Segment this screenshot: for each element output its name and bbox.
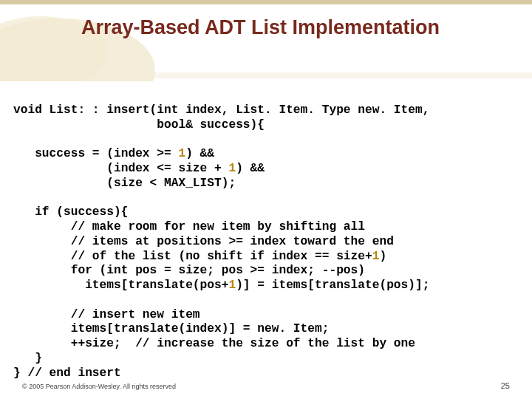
code-line: (size < MAX_LIST); — [13, 177, 236, 190]
code-line: if (success){ — [13, 205, 128, 219]
code-line: // insert new item — [13, 308, 200, 321]
header-decoration — [0, 0, 532, 81]
code-line: success = (index >= — [13, 147, 178, 160]
code-line: ) — [379, 250, 386, 263]
code-block: void List: : insert(int index, List. Ite… — [13, 103, 519, 381]
svg-rect-1 — [0, 0, 532, 4]
code-line: } — [13, 352, 42, 365]
code-line: // items at positions >= index toward th… — [13, 235, 394, 248]
code-line: )] = items[translate(pos)]; — [236, 279, 429, 292]
code-number: 1 — [228, 279, 236, 292]
code-line: ++size; // increase the size of the list… — [13, 337, 415, 350]
code-line: void List: : insert(int index, List. Ite… — [13, 103, 429, 117]
code-line: bool& success){ — [13, 118, 265, 132]
code-number: 1 — [228, 162, 236, 175]
code-line: (index <= size + — [13, 162, 228, 175]
code-line: items[translate(index)] = new. Item; — [13, 322, 329, 335]
page-number: 25 — [501, 381, 510, 390]
slide-title: Array-Based ADT List Implementation — [81, 16, 514, 39]
svg-rect-0 — [0, 0, 532, 81]
code-line: for (int pos = size; pos >= index; --pos… — [13, 264, 365, 277]
code-line: ) && — [236, 162, 265, 175]
code-line: } // end insert — [13, 366, 121, 380]
code-line: ) && — [185, 147, 214, 160]
svg-rect-4 — [0, 72, 532, 78]
code-line: // of the list (no shift if index == siz… — [13, 250, 372, 263]
code-line: items[translate(pos+ — [13, 279, 228, 292]
copyright: © 2005 Pearson Addison-Wesley. All right… — [22, 383, 176, 390]
code-line: // make room for new item by shifting al… — [13, 220, 365, 233]
code-number: 1 — [372, 250, 380, 263]
code-number: 1 — [178, 147, 185, 160]
